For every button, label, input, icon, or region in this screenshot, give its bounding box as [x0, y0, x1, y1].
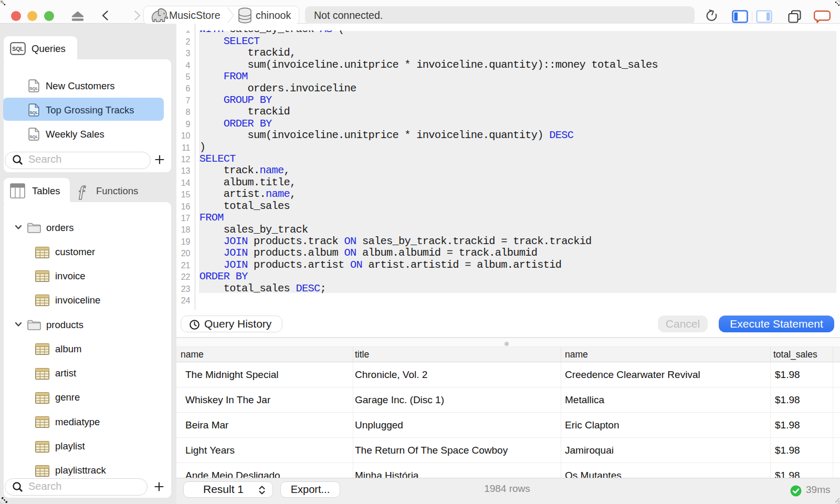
svg-text:ƒ: ƒ	[78, 184, 86, 200]
svg-text:SQL: SQL	[12, 46, 24, 52]
